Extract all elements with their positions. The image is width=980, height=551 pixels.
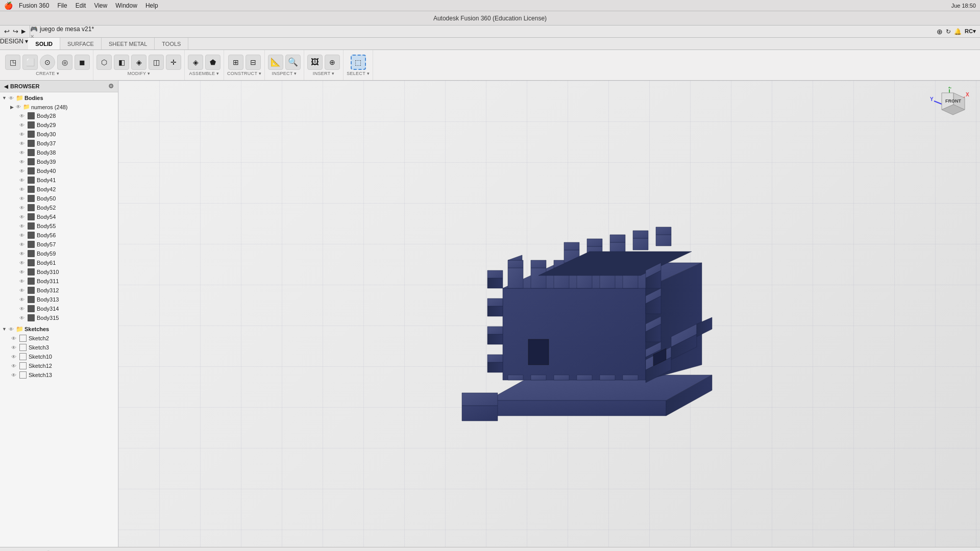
zoom-icon[interactable]: 🔍 [44, 549, 55, 552]
tree-item-body37[interactable]: 👁Body37 [0, 139, 118, 148]
fit-icon[interactable]: ⬚ [57, 549, 68, 552]
file-tab[interactable]: 🎮 juego de mesa v21* ✕ [30, 26, 94, 37]
tree-item-body310[interactable]: 👁Body310 [0, 267, 118, 277]
loft-icon[interactable]: ◼ [75, 55, 90, 70]
tree-item-sketches[interactable]: ▼ 👁 📁 Sketches [0, 324, 118, 334]
create-label: CREATE ▾ [36, 71, 59, 76]
add-tab-button[interactable]: ⊕ [937, 28, 943, 36]
insert-image-icon[interactable]: 🖼 [307, 55, 323, 70]
tree-item-body55[interactable]: 👁Body55 [0, 221, 118, 231]
tree-item-body38[interactable]: 👁Body38 [0, 148, 118, 157]
svg-marker-51 [487, 270, 503, 278]
menu-window[interactable]: Window [115, 2, 137, 9]
orbit-icon[interactable]: ↺ [31, 549, 42, 552]
tree-item-body314[interactable]: 👁Body314 [0, 304, 118, 313]
home-view-icon[interactable]: ⊞ [4, 549, 15, 552]
inspect-icon[interactable]: 🔍 [285, 55, 301, 70]
viewcube[interactable]: X Z Y FRONT [929, 87, 970, 128]
tree-item-body311[interactable]: 👁Body311 [0, 277, 118, 286]
tab-tools[interactable]: TOOLS [155, 38, 188, 49]
fillet-icon[interactable]: ◧ [114, 55, 129, 70]
extrude-icon[interactable]: ⬜ [22, 55, 38, 70]
tree-item-numeros[interactable]: ▶ 👁 📁 numeros (248) [0, 103, 118, 111]
chamfer-icon[interactable]: ◈ [131, 55, 146, 70]
tree-expand-icon: ▼ [2, 95, 7, 101]
insert-label: INSERT ▾ [313, 71, 335, 76]
tree-item-bodies[interactable]: ▼ 👁 📁 Bodies [0, 93, 118, 103]
press-pull-icon[interactable]: ⬡ [96, 55, 112, 70]
tab-solid[interactable]: SOLID [28, 38, 60, 49]
shell-icon[interactable]: ◫ [149, 55, 164, 70]
inspect-label: INSPECT ▾ [272, 71, 297, 76]
tree-item-body57[interactable]: 👁Body57 [0, 240, 118, 249]
offset-plane-icon[interactable]: ⊞ [228, 55, 243, 70]
select-icon[interactable]: ⬚ [351, 55, 366, 70]
tree-item-body29[interactable]: 👁Body29 [0, 120, 118, 130]
tree-item-body28[interactable]: 👁Body28 [0, 111, 118, 120]
tree-item-body30[interactable]: 👁Body30 [0, 130, 118, 139]
expand-button[interactable]: ▶ [21, 28, 26, 35]
tree-item-body59[interactable]: 👁Body59 [0, 249, 118, 258]
eye-icon[interactable]: 👁 [9, 327, 14, 332]
svg-marker-20 [508, 255, 522, 260]
refresh-button[interactable]: ↻ [946, 28, 951, 35]
eye-icon[interactable]: 👁 [9, 95, 14, 101]
joint-icon[interactable]: ◈ [188, 55, 203, 70]
measure-icon[interactable]: 📐 [268, 55, 283, 70]
pan-icon[interactable]: ✋ [17, 549, 29, 552]
svg-marker-18 [508, 268, 523, 288]
tree-item-body40[interactable]: 👁Body40 [0, 166, 118, 176]
menu-edit[interactable]: Edit [76, 2, 86, 9]
tab-surface[interactable]: SURFACE [60, 38, 102, 49]
viewport[interactable]: X Z Y FRONT [118, 81, 980, 547]
tree-expand-icon: ▼ [2, 327, 7, 332]
menu-file[interactable]: File [57, 2, 67, 9]
svg-marker-34 [587, 239, 602, 246]
display-mode-icon[interactable]: ⊞ [70, 549, 82, 552]
eye-icon[interactable]: 👁 [16, 104, 21, 110]
view-controls: ⊞ ✋ ↺ 🔍 ⬚ ⊞ ⊟ [4, 549, 95, 552]
svg-marker-57 [487, 355, 503, 362]
tree-item-sketch10[interactable]: 👁Sketch10 [0, 352, 118, 361]
tree-item-body50[interactable]: 👁Body50 [0, 194, 118, 203]
undo-button[interactable]: ↩ [4, 28, 10, 35]
tree-item-sketch13[interactable]: 👁Sketch13 [0, 370, 118, 380]
tree-item-body315[interactable]: 👁Body315 [0, 313, 118, 322]
new-component-icon[interactable]: ◳ [5, 55, 20, 70]
menu-view[interactable]: View [94, 2, 107, 9]
tree-item-sketch3[interactable]: 👁Sketch3 [0, 343, 118, 352]
tree-item-body56[interactable]: 👁Body56 [0, 231, 118, 240]
tree-item-body54[interactable]: 👁Body54 [0, 212, 118, 221]
tree-item-body41[interactable]: 👁Body41 [0, 176, 118, 185]
tree-item-body313[interactable]: 👁Body313 [0, 295, 118, 304]
svg-text:FRONT: FRONT [945, 98, 961, 104]
tree-item-body61[interactable]: 👁Body61 [0, 258, 118, 267]
design-toggle[interactable]: DESIGN ▾ [0, 38, 28, 49]
account-button[interactable]: RC▾ [965, 28, 976, 35]
assemble-group: ◈ ⬟ ASSEMBLE ▾ [185, 50, 224, 80]
tree-item-sketch2[interactable]: 👁Sketch2 [0, 334, 118, 343]
tree-item-body52[interactable]: 👁Body52 [0, 203, 118, 212]
menu-help[interactable]: Help [145, 2, 158, 9]
apple-menu[interactable]: 🍎 [4, 2, 13, 10]
tree-item-body312[interactable]: 👁Body312 [0, 286, 118, 295]
insert-mesh-icon[interactable]: ⊕ [325, 55, 340, 70]
svg-marker-14 [462, 393, 498, 406]
tab-sheet-metal[interactable]: SHEET METAL [102, 38, 155, 49]
tree-item-body42[interactable]: 👁Body42 [0, 185, 118, 194]
menu-fusion360[interactable]: Fusion 360 [19, 2, 49, 9]
midplane-icon[interactable]: ⊟ [246, 55, 261, 70]
browser-settings-icon[interactable]: ⚙ [108, 83, 114, 90]
revolve-icon[interactable]: ⊙ [40, 55, 55, 70]
browser-collapse-arrow[interactable]: ◀ [4, 84, 8, 89]
grid-icon[interactable]: ⊟ [84, 549, 95, 552]
svg-marker-13 [462, 406, 498, 421]
tree-item-body39[interactable]: 👁Body39 [0, 157, 118, 166]
redo-button[interactable]: ↪ [13, 28, 18, 35]
rigid-group-icon[interactable]: ⬟ [205, 55, 220, 70]
notifications-button[interactable]: 🔔 [954, 28, 962, 35]
move-icon[interactable]: ✛ [166, 55, 181, 70]
tree-item-sketch12[interactable]: 👁Sketch12 [0, 361, 118, 370]
svg-marker-58 [508, 375, 523, 380]
sweep-icon[interactable]: ◎ [57, 55, 72, 70]
